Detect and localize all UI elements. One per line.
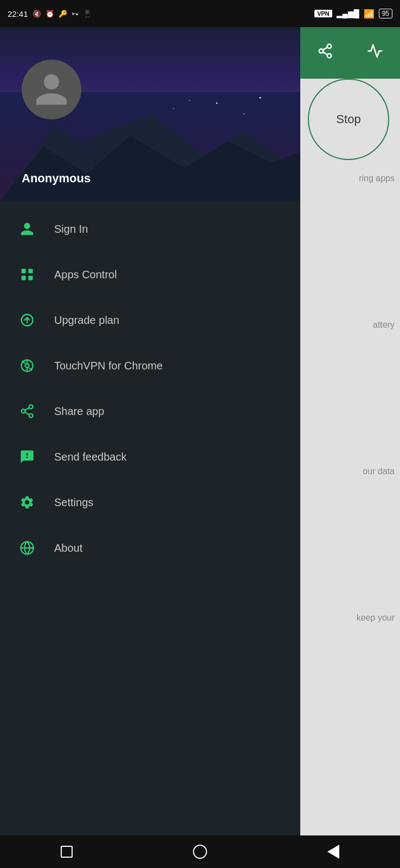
share-icon[interactable] bbox=[317, 43, 333, 63]
key1-icon: 🔑 bbox=[59, 10, 67, 18]
svg-point-9 bbox=[260, 97, 261, 99]
avatar bbox=[22, 60, 81, 119]
right-text-2: attery bbox=[373, 320, 395, 330]
navigation-bar bbox=[0, 835, 400, 868]
vpn-badge: VPN bbox=[314, 10, 332, 17]
send-feedback-label: Send feedback bbox=[54, 451, 126, 463]
svg-line-3 bbox=[323, 52, 328, 55]
svg-line-25 bbox=[25, 412, 29, 415]
menu-item-apps-control[interactable]: Apps Control bbox=[0, 252, 300, 297]
right-text-3: our data bbox=[363, 467, 395, 476]
svg-point-8 bbox=[189, 100, 190, 101]
menu-item-sign-in[interactable]: Sign In bbox=[0, 206, 300, 252]
svg-point-7 bbox=[243, 113, 244, 114]
triangle-icon bbox=[327, 845, 339, 859]
right-text-4: keep your bbox=[357, 613, 395, 623]
upgrade-icon bbox=[16, 309, 38, 331]
menu-item-about[interactable]: About bbox=[0, 525, 300, 571]
username-label: Anonymous bbox=[22, 171, 91, 186]
mute-icon: 🔇 bbox=[33, 10, 41, 18]
wifi-icon: 📶 bbox=[364, 9, 375, 19]
circle-icon bbox=[193, 845, 207, 859]
phone-icon: 📱 bbox=[83, 10, 92, 18]
alarm-icon: ⏰ bbox=[46, 10, 54, 18]
time: 22:41 bbox=[8, 9, 28, 18]
stop-button[interactable]: Stop bbox=[308, 79, 389, 160]
key2-icon: 🗝 bbox=[72, 10, 79, 18]
right-text-1: ring apps bbox=[359, 174, 395, 183]
svg-line-4 bbox=[323, 47, 328, 50]
share-app-icon bbox=[16, 400, 38, 422]
square-icon bbox=[61, 846, 73, 858]
touchvpn-chrome-label: TouchVPN for Chrome bbox=[54, 360, 163, 372]
apps-control-label: Apps Control bbox=[54, 269, 117, 281]
drawer-header: Anonymous bbox=[0, 27, 300, 201]
back-button[interactable] bbox=[322, 841, 344, 863]
green-header-bar bbox=[300, 27, 400, 79]
svg-point-19 bbox=[25, 364, 29, 368]
about-label: About bbox=[54, 542, 82, 554]
status-bar: 22:41 🔇 ⏰ 🔑 🗝 📱 VPN ▂▄▆█ 📶 95 bbox=[0, 0, 400, 27]
navigation-drawer: Anonymous Sign In Apps Control bbox=[0, 27, 300, 835]
menu-item-upgrade-plan[interactable]: Upgrade plan bbox=[0, 297, 300, 343]
drawer-menu: Sign In Apps Control Upgrade plan bbox=[0, 201, 300, 835]
svg-line-26 bbox=[25, 408, 29, 411]
settings-label: Settings bbox=[54, 496, 93, 509]
battery-badge: 95 bbox=[379, 9, 392, 18]
menu-item-settings[interactable]: Settings bbox=[0, 480, 300, 525]
signal-icon: ▂▄▆█ bbox=[337, 9, 359, 18]
recent-apps-button[interactable] bbox=[56, 841, 78, 863]
grid-icon bbox=[16, 264, 38, 285]
feedback-icon bbox=[16, 446, 38, 468]
svg-point-10 bbox=[173, 108, 174, 109]
menu-item-touchvpn-chrome[interactable]: TouchVPN for Chrome bbox=[0, 343, 300, 388]
svg-rect-13 bbox=[22, 269, 26, 273]
menu-item-share-app[interactable]: Share app bbox=[0, 388, 300, 434]
stop-label: Stop bbox=[336, 112, 360, 126]
globe-icon bbox=[16, 537, 38, 559]
person-icon bbox=[16, 218, 38, 240]
settings-gear-icon bbox=[16, 492, 38, 513]
sign-in-label: Sign In bbox=[54, 223, 88, 235]
home-button[interactable] bbox=[189, 841, 211, 863]
svg-rect-15 bbox=[22, 276, 26, 280]
svg-rect-14 bbox=[28, 269, 33, 273]
svg-point-6 bbox=[216, 103, 218, 104]
share-app-label: Share app bbox=[54, 405, 104, 418]
vpn-chrome-icon bbox=[16, 355, 38, 376]
status-left: 22:41 🔇 ⏰ 🔑 🗝 📱 bbox=[8, 9, 92, 18]
menu-item-send-feedback[interactable]: Send feedback bbox=[0, 434, 300, 480]
chart-icon[interactable] bbox=[367, 43, 383, 63]
svg-rect-16 bbox=[28, 276, 33, 280]
upgrade-plan-label: Upgrade plan bbox=[54, 314, 119, 327]
status-right: VPN ▂▄▆█ 📶 95 bbox=[314, 9, 392, 19]
